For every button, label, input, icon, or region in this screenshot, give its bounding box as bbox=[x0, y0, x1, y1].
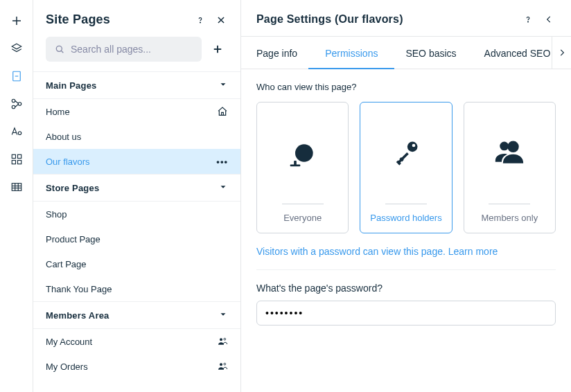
svg-point-29 bbox=[224, 338, 226, 340]
help-icon[interactable] bbox=[521, 12, 535, 26]
svg-rect-12 bbox=[12, 154, 15, 158]
password-label: What's the page's password? bbox=[256, 283, 556, 294]
back-icon[interactable] bbox=[542, 12, 556, 26]
svg-point-7 bbox=[12, 105, 15, 109]
section-store-pages[interactable]: Store Pages bbox=[33, 174, 240, 202]
svg-rect-15 bbox=[17, 161, 21, 164]
search-pages-box[interactable] bbox=[46, 37, 202, 62]
svg-point-21 bbox=[200, 22, 201, 23]
home-icon bbox=[217, 106, 228, 117]
section-label: Store Pages bbox=[46, 183, 99, 193]
password-input[interactable] bbox=[256, 301, 556, 326]
tab-seo-basics[interactable]: SEO basics bbox=[405, 37, 456, 69]
svg-line-25 bbox=[61, 51, 63, 53]
card-label: Password holders bbox=[370, 213, 441, 223]
page-item-thankyou[interactable]: Thank You Page bbox=[33, 276, 240, 301]
page-item-product[interactable]: Product Page bbox=[33, 226, 240, 251]
svg-point-11 bbox=[18, 132, 21, 135]
chevron-down-icon bbox=[218, 310, 228, 321]
tab-advanced-seo[interactable]: Advanced SEO bbox=[484, 37, 551, 69]
page-item-my-account[interactable]: My Account bbox=[33, 329, 240, 354]
tabs-scroll-right[interactable] bbox=[552, 37, 571, 69]
svg-point-41 bbox=[508, 141, 520, 153]
svg-point-24 bbox=[56, 46, 62, 51]
permissions-question: Who can view this page? bbox=[256, 82, 556, 92]
page-item-home[interactable]: Home bbox=[33, 99, 240, 124]
svg-point-30 bbox=[220, 363, 222, 366]
svg-point-37 bbox=[412, 144, 416, 148]
svg-point-36 bbox=[407, 142, 418, 152]
search-input[interactable] bbox=[65, 43, 193, 55]
tab-page-info[interactable]: Page info bbox=[256, 37, 297, 69]
permission-members[interactable]: Members only bbox=[464, 102, 556, 233]
learn-more-link[interactable]: Learn more bbox=[448, 246, 498, 257]
svg-rect-16 bbox=[12, 184, 21, 191]
page-item-about[interactable]: About us bbox=[33, 124, 240, 149]
svg-point-42 bbox=[500, 142, 509, 151]
page-item-our-flavors[interactable]: Our flavors ••• bbox=[33, 149, 240, 174]
page-settings-panel: Page Settings (Our flavors) Page info Pe… bbox=[241, 0, 571, 392]
card-label: Everyone bbox=[283, 213, 322, 223]
members-icon bbox=[493, 103, 526, 204]
chevron-down-icon bbox=[218, 182, 228, 194]
svg-line-8 bbox=[15, 101, 18, 104]
section-label: Main Pages bbox=[46, 80, 97, 91]
site-pages-title: Site Pages bbox=[46, 12, 186, 27]
page-settings-title: Page Settings (Our flavors) bbox=[256, 13, 514, 26]
permissions-help: Visitors with a password can view this p… bbox=[256, 246, 556, 270]
add-icon[interactable] bbox=[10, 14, 24, 28]
card-label: Members only bbox=[482, 213, 538, 223]
left-rail bbox=[0, 0, 33, 392]
svg-rect-14 bbox=[12, 161, 15, 164]
close-icon[interactable] bbox=[214, 13, 228, 27]
section-label: Members Area bbox=[46, 310, 109, 321]
svg-point-31 bbox=[224, 363, 226, 365]
layers-icon[interactable] bbox=[10, 42, 24, 55]
page-item-shop[interactable]: Shop bbox=[33, 202, 240, 226]
svg-rect-35 bbox=[290, 165, 300, 167]
svg-point-28 bbox=[220, 338, 222, 341]
svg-marker-2 bbox=[12, 44, 21, 49]
links-icon[interactable] bbox=[10, 97, 24, 111]
svg-point-32 bbox=[528, 21, 529, 22]
section-main-pages[interactable]: Main Pages bbox=[33, 71, 240, 99]
members-icon bbox=[217, 361, 228, 372]
permission-everyone[interactable]: Everyone bbox=[256, 102, 349, 233]
section-members-area[interactable]: Members Area bbox=[33, 301, 240, 329]
svg-point-6 bbox=[18, 103, 21, 106]
page-icon[interactable] bbox=[10, 69, 24, 83]
globe-icon bbox=[288, 103, 318, 204]
key-icon bbox=[391, 103, 421, 204]
svg-rect-13 bbox=[17, 154, 21, 158]
tab-permissions[interactable]: Permissions bbox=[325, 37, 378, 69]
table-icon[interactable] bbox=[10, 180, 24, 194]
svg-point-5 bbox=[12, 99, 15, 103]
page-item-cart[interactable]: Cart Page bbox=[33, 251, 240, 276]
typography-icon[interactable] bbox=[10, 125, 24, 139]
more-icon[interactable]: ••• bbox=[216, 157, 228, 167]
add-page-button[interactable] bbox=[207, 39, 228, 60]
members-icon bbox=[217, 336, 228, 347]
svg-line-9 bbox=[15, 105, 18, 107]
page-item-my-orders[interactable]: My Orders bbox=[33, 354, 240, 379]
chevron-down-icon bbox=[218, 80, 228, 91]
settings-tabs: Page info Permissions SEO basics Advance… bbox=[241, 37, 571, 69]
search-icon bbox=[54, 44, 65, 55]
grid-icon[interactable] bbox=[10, 152, 24, 166]
permission-password[interactable]: Password holders bbox=[360, 102, 452, 233]
help-icon[interactable] bbox=[193, 13, 207, 27]
site-pages-panel: Site Pages Main Pages Home About us Our … bbox=[33, 0, 241, 392]
